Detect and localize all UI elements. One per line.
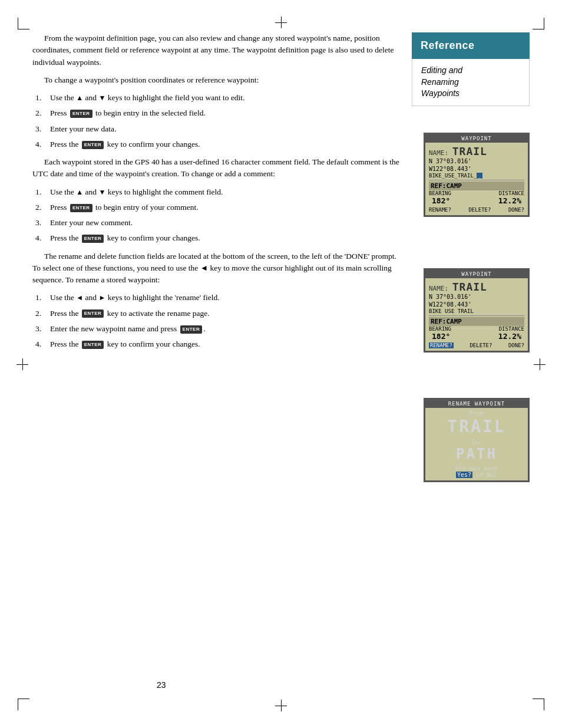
corner-mark-br	[533, 699, 544, 710]
screen1-body: NAME: TRAIL N 37°03.016' W122°08.443' BI…	[425, 143, 528, 215]
list-item: 4. Press the ENTER key to confirm your c…	[50, 338, 406, 350]
crosshair-left	[16, 358, 28, 370]
down-arrow-icon: ▼	[98, 93, 105, 103]
enter-badge: ENTER	[82, 341, 104, 349]
list-item: 2. Press the ENTER key to activate the r…	[50, 308, 406, 319]
crosshair-right	[534, 358, 546, 370]
list-item: 3. Enter your new data.	[50, 123, 406, 135]
sidebar-title: Reference	[412, 32, 530, 59]
left-arrow-icon: ◄	[76, 292, 83, 303]
gps-screen-3: RENAME WAYPOINT From TRAIL To: PATH Are …	[424, 398, 530, 482]
enter-badge: ENTER	[70, 204, 92, 212]
screen3-title: RENAME WAYPOINT	[425, 400, 528, 408]
comment-section-para: Each waypoint stored in the GPS 40 has a…	[32, 156, 406, 180]
enter-badge: ENTER	[70, 110, 92, 118]
up-arrow-icon: ▲	[76, 93, 83, 103]
right-arrow-icon: ►	[98, 292, 105, 303]
gps-screen-2: WAYPOINT NAME: TRAIL N 37°03.016' W122°0…	[424, 268, 530, 353]
rename-section-list: 1. Use the ◄ and ► keys to highlight the…	[50, 292, 406, 350]
crosshair-top	[275, 17, 287, 28]
down-arrow-icon: ▼	[98, 187, 105, 197]
enter-badge: ENTER	[180, 325, 203, 334]
screen1-title: WAYPOINT	[425, 134, 528, 143]
page-number: 23	[157, 680, 405, 690]
rename-section-para: The rename and delete function fields ar…	[32, 251, 406, 286]
corner-mark-tr	[533, 18, 544, 29]
main-text-area: From the waypoint definition page, you c…	[32, 32, 406, 356]
enter-badge: ENTER	[82, 235, 104, 243]
intro-para1: From the waypoint definition page, you c…	[32, 32, 406, 68]
comment-section-list: 1. Use the ▲ and ▼ keys to highlight the…	[50, 186, 406, 245]
screen2-title: WAYPOINT	[425, 270, 528, 278]
screen3-body: From TRAIL To: PATH Are you sure Yes? or…	[425, 408, 528, 480]
list-item: 4. Press the ENTER key to confirm your c…	[50, 232, 406, 244]
list-item: 3. Enter your new comment.	[50, 217, 406, 229]
corner-mark-bl	[18, 699, 29, 710]
screen2-body: NAME: TRAIL N 37°03.016' W122°08.443' BI…	[425, 278, 528, 351]
crosshair-bottom	[275, 700, 287, 711]
sidebar-subtitle: Editing and Renaming Waypoints	[412, 59, 530, 106]
up-arrow-icon: ▲	[76, 187, 83, 197]
enter-badge: ENTER	[82, 141, 104, 149]
enter-badge: ENTER	[82, 309, 104, 318]
list-item: 1. Use the ▲ and ▼ keys to highlight the…	[50, 186, 406, 198]
corner-mark-tl	[18, 18, 29, 29]
gps-screen-1: WAYPOINT NAME: TRAIL N 37°03.016' W122°0…	[424, 133, 530, 217]
section1-list: 1. Use the ▲ and ▼ keys to highlight the…	[50, 92, 406, 150]
intro-para2: To change a waypoint's position coordina…	[32, 74, 406, 86]
list-item: 4. Press the ENTER key to confirm your c…	[50, 139, 406, 150]
list-item: 3. Enter the new waypoint name and press…	[50, 323, 406, 335]
list-item: 2. Press ENTER to begin entry in the sel…	[50, 107, 406, 119]
list-item: 2. Press ENTER to begin entry of your co…	[50, 202, 406, 213]
sidebar: Reference Editing and Renaming Waypoints…	[412, 32, 530, 106]
list-item: 1. Use the ▲ and ▼ keys to highlight the…	[50, 92, 406, 104]
list-item: 1. Use the ◄ and ► keys to highlight the…	[50, 292, 406, 304]
